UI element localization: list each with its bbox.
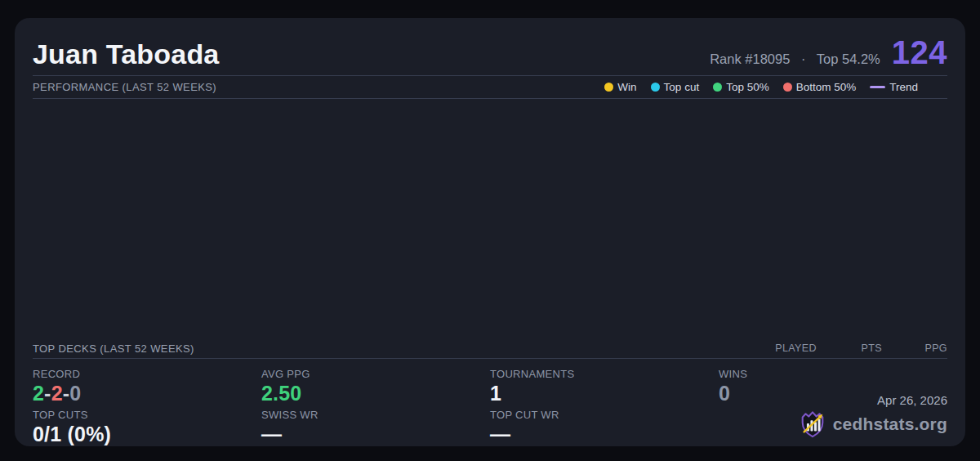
- record-value: 2-2-0: [33, 381, 261, 405]
- wins-label: WINS: [719, 367, 947, 381]
- avg-ppg-label: AVG PPG: [261, 367, 490, 381]
- top-cut-wr-label: TOP CUT WR: [490, 408, 719, 422]
- points-value: 124: [892, 39, 947, 65]
- legend-label: Win: [617, 81, 636, 93]
- record-losses: 2: [51, 382, 63, 405]
- top-cut-dot-icon: [651, 83, 660, 92]
- performance-header-row: PERFORMANCE (LAST 52 WEEKS) Win Top cut …: [33, 76, 947, 99]
- legend-item-win: Win: [604, 81, 636, 93]
- tournaments-label: TOURNAMENTS: [490, 367, 719, 381]
- legend-item-bottom-50: Bottom 50%: [783, 81, 857, 93]
- swiss-wr-value: —: [261, 422, 490, 446]
- top-cuts-value: 0/1 (0%): [33, 422, 261, 446]
- legend-label: Trend: [889, 81, 918, 93]
- top-decks-header-row: TOP DECKS (LAST 52 WEEKS) PLAYED PTS PPG: [33, 338, 947, 359]
- rank-line: Rank #18095 · Top 54.2%: [710, 51, 880, 67]
- win-dot-icon: [604, 83, 613, 92]
- top-50-dot-icon: [713, 83, 722, 92]
- top-cuts-label: TOP CUTS: [33, 408, 261, 422]
- player-name: Juan Taboada: [33, 40, 219, 68]
- card-header: Juan Taboada Rank #18095 · Top 54.2% 124: [33, 18, 947, 76]
- performance-chart: [33, 99, 947, 338]
- card-footer: Apr 26, 2026 cedhstats.org: [799, 393, 947, 438]
- chart-legend: Win Top cut Top 50% Bottom 50% Trend: [604, 81, 947, 93]
- legend-item-trend: Trend: [870, 81, 918, 93]
- legend-item-top-cut: Top cut: [651, 81, 700, 93]
- performance-section-label: PERFORMANCE (LAST 52 WEEKS): [33, 81, 216, 93]
- legend-item-top-50: Top 50%: [713, 81, 769, 93]
- top-decks-section-label: TOP DECKS (LAST 52 WEEKS): [33, 342, 194, 355]
- top-cut-wr-value: —: [490, 422, 719, 446]
- tournaments-value: 1: [490, 381, 719, 405]
- top-decks-column-headers: PLAYED PTS PPG: [751, 342, 947, 354]
- bottom-50-dot-icon: [783, 83, 792, 92]
- stat-col-tournaments: TOURNAMENTS 1 TOP CUT WR —: [490, 365, 719, 446]
- avg-ppg-value: 2.50: [261, 381, 490, 405]
- card-date: Apr 26, 2026: [799, 393, 947, 407]
- record-draws: 0: [69, 382, 81, 405]
- brand-name: cedhstats.org: [833, 414, 947, 434]
- column-header-pts: PTS: [817, 342, 882, 354]
- record-separator: -: [44, 382, 51, 405]
- record-separator: -: [63, 382, 70, 405]
- player-stats-card: Juan Taboada Rank #18095 · Top 54.2% 124…: [15, 18, 965, 446]
- stat-col-avg-ppg: AVG PPG 2.50 SWISS WR —: [261, 365, 490, 446]
- trend-line-icon: [870, 86, 885, 88]
- swiss-wr-label: SWISS WR: [261, 408, 490, 422]
- top-percent-text: Top 54.2%: [817, 51, 880, 66]
- legend-label: Bottom 50%: [796, 81, 857, 93]
- header-rank-group: Rank #18095 · Top 54.2% 124: [710, 39, 947, 67]
- stat-col-record: RECORD 2-2-0 TOP CUTS 0/1 (0%): [33, 365, 261, 446]
- brand-lockup: cedhstats.org: [799, 410, 947, 438]
- column-header-played: PLAYED: [751, 342, 817, 354]
- rank-separator: ·: [801, 51, 806, 66]
- record-label: RECORD: [33, 367, 261, 381]
- record-wins: 2: [33, 382, 44, 405]
- cedhstats-logo-icon: [799, 410, 826, 438]
- rank-text: Rank #18095: [710, 51, 790, 66]
- legend-label: Top cut: [664, 81, 700, 93]
- legend-label: Top 50%: [726, 81, 769, 93]
- column-header-ppg: PPG: [882, 342, 947, 354]
